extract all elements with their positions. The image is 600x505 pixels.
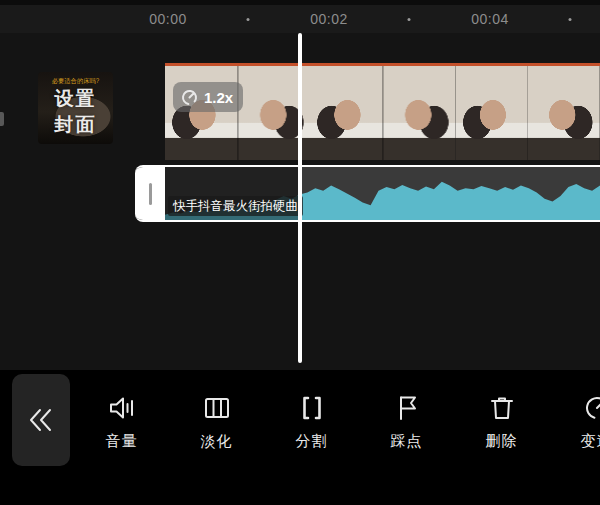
trash-icon <box>486 392 518 424</box>
ruler-tick-dot <box>408 18 411 21</box>
set-cover-label: 设置 封面 <box>38 86 113 138</box>
ruler-tick-dot <box>569 18 572 21</box>
fade-icon <box>201 392 233 424</box>
video-frame-thumbnail[interactable] <box>528 66 600 160</box>
video-editor-screen: 00:00 00:02 00:04 必要适合的床吗? 设置 封面 <box>0 0 600 505</box>
video-track: 1.2x <box>165 63 600 160</box>
delete-button[interactable]: 删除 <box>454 370 549 505</box>
toolbar-label: 音量 <box>106 432 138 451</box>
volume-button[interactable]: 音量 <box>74 370 169 505</box>
video-frame-thumbnail[interactable] <box>456 66 529 160</box>
set-cover-thumbnail[interactable]: 必要适合的床吗? 设置 封面 <box>38 72 113 144</box>
drag-grip-icon <box>149 183 152 205</box>
volume-icon <box>106 392 138 424</box>
beat-mark-button[interactable]: 踩点 <box>359 370 454 505</box>
speed-button[interactable]: 变速 <box>549 370 600 505</box>
collapse-toolbar-button[interactable] <box>12 374 70 466</box>
speed-value: 1.2x <box>204 89 233 106</box>
toolbar-label: 踩点 <box>391 432 423 451</box>
video-frame-thumbnail[interactable] <box>310 66 383 160</box>
audio-clip-body[interactable]: 快手抖音最火街拍硬曲 <box>165 167 600 220</box>
ruler-time-label: 00:00 <box>149 11 187 27</box>
video-clip[interactable] <box>165 66 600 160</box>
split-button[interactable]: 分割 <box>264 370 359 505</box>
fade-button[interactable]: 淡化 <box>169 370 264 505</box>
cover-caption: 必要适合的床吗? <box>42 77 110 86</box>
clipped-track-icon <box>0 112 4 126</box>
split-icon <box>296 392 328 424</box>
speed-badge[interactable]: 1.2x <box>173 82 243 112</box>
toolbar-items: 音量 淡化 分割 <box>74 370 600 505</box>
bottom-toolbar: 音量 淡化 分割 <box>0 370 600 505</box>
video-frame-thumbnail[interactable] <box>383 66 456 160</box>
audio-clip[interactable]: 快手抖音最火街拍硬曲 <box>135 165 600 222</box>
timeline-ruler[interactable]: 00:00 00:02 00:04 <box>0 0 600 33</box>
toolbar-label: 分割 <box>296 432 328 451</box>
speed-icon <box>581 392 600 424</box>
double-chevron-left-icon <box>24 402 58 438</box>
playhead <box>298 33 302 363</box>
toolbar-label: 变速 <box>581 432 600 451</box>
toolbar-label: 淡化 <box>201 432 233 451</box>
ruler-time-label: 00:04 <box>471 11 509 27</box>
speedometer-icon <box>181 89 198 106</box>
audio-title: 快手抖音最火街拍硬曲 <box>168 196 303 216</box>
audio-clip-left-handle[interactable] <box>135 167 165 220</box>
ruler-time-label: 00:02 <box>310 11 348 27</box>
video-frame-thumbnail[interactable] <box>165 66 238 160</box>
flag-icon <box>391 392 423 424</box>
ruler-tick-dot <box>247 18 250 21</box>
toolbar-label: 删除 <box>486 432 518 451</box>
